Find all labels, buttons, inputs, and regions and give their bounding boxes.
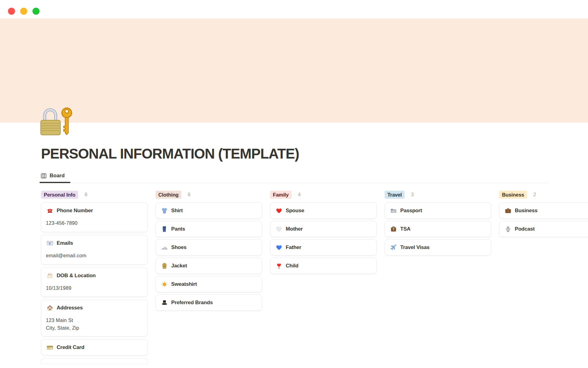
page-cover: [0, 18, 588, 123]
column-count: 2: [533, 192, 536, 197]
card-jacket[interactable]: Jacket: [156, 258, 262, 274]
card-spouse[interactable]: Spouse: [270, 202, 377, 219]
birthday-cake-icon: [47, 272, 53, 279]
heart-exclamation-icon: [276, 263, 282, 269]
luggage-icon: [390, 226, 397, 232]
close-button[interactable]: [8, 8, 15, 15]
card-title: Spouse: [286, 208, 304, 214]
tab-board-label: Board: [50, 173, 65, 179]
coat-icon: [161, 263, 168, 269]
card-body: 10/13/1989: [41, 284, 147, 292]
column-header: Clothing 6: [156, 191, 262, 199]
lock-with-key-icon[interactable]: [40, 106, 74, 137]
phone-icon: [47, 207, 53, 214]
briefcase-icon: [505, 207, 511, 214]
card-title: Shirt: [171, 208, 183, 214]
board-column-business: Business 2 Business Podcast: [499, 191, 588, 239]
svg-text:E: E: [49, 242, 51, 245]
credit-card-icon: [47, 344, 53, 351]
card-title: TSA: [400, 226, 410, 232]
card-body: email@email.com: [41, 252, 147, 259]
card-tsa[interactable]: TSA: [385, 221, 491, 237]
microphone-icon: [505, 226, 511, 232]
tabbar-divider: [40, 183, 549, 183]
card-emails[interactable]: E Emails email@email.com: [41, 235, 148, 265]
card-title: Father: [286, 244, 301, 251]
card-title: Emails: [57, 240, 73, 246]
folder-icon: [390, 207, 397, 214]
airplane-icon: [390, 244, 397, 251]
card-travel-visas[interactable]: Travel Visas: [385, 239, 491, 255]
column-header: Travel 3: [385, 191, 491, 199]
house-icon: [47, 305, 53, 311]
column-count: 4: [298, 192, 301, 197]
shirt-icon: [161, 207, 168, 214]
card-title: Addresses: [57, 305, 83, 311]
pants-icon: [161, 226, 168, 232]
card-shoes[interactable]: Shoes: [156, 239, 262, 255]
card-body-line: 123 Main St: [46, 316, 142, 324]
column-header: Family 4: [270, 191, 377, 199]
card-title: Preferred Brands: [171, 300, 213, 306]
tab-board[interactable]: Board: [40, 172, 65, 179]
card-mother[interactable]: Mother: [270, 221, 377, 237]
column-tag[interactable]: Family: [270, 191, 292, 199]
card-title: Passport: [400, 208, 422, 214]
column-tag[interactable]: Travel: [385, 191, 405, 199]
board-column-clothing: Clothing 6 Shirt Pants: [156, 191, 262, 313]
card-sweatshirt[interactable]: Sweatshirt: [156, 276, 262, 292]
sun-icon: [161, 281, 168, 288]
board-view-icon: [40, 172, 47, 179]
card-passport[interactable]: Passport: [385, 202, 491, 219]
column-header: Personal Info 6: [41, 191, 148, 199]
column-header: Business 2: [499, 191, 588, 199]
card-father[interactable]: Father: [270, 239, 377, 255]
board-column-family: Family 4 Spouse Mother Father: [270, 191, 377, 276]
card-shirt[interactable]: Shirt: [156, 202, 262, 219]
column-count: 3: [411, 192, 414, 197]
card-body-line: City, State, Zip: [46, 324, 142, 332]
email-icon: E: [47, 240, 53, 247]
card-title: DOB & Location: [57, 273, 96, 279]
card-pants[interactable]: Pants: [156, 221, 262, 237]
card-preferred-brands[interactable]: Preferred Brands: [156, 294, 262, 311]
card-podcast[interactable]: Podcast: [499, 221, 588, 237]
card-credit-card[interactable]: Credit Card: [41, 339, 148, 355]
column-count: 6: [188, 192, 190, 197]
page-title[interactable]: PERSONAL INFORMATION (TEMPLATE): [41, 145, 299, 162]
column-tag[interactable]: Clothing: [156, 191, 181, 199]
card-phone-number[interactable]: Phone Number 123-456-7890: [41, 202, 148, 232]
card-body: 123-456-7890: [41, 219, 147, 227]
board-column-personal-info: Personal Info 6 Phone Number 123-456-789…: [41, 191, 148, 366]
card-title: Mother: [286, 226, 303, 232]
card-body: 123 Main St City, State, Zip: [41, 316, 147, 332]
card-title: Business: [515, 208, 537, 214]
card-title: Child: [286, 263, 299, 269]
card-title: Pants: [171, 226, 185, 232]
card-title: Travel Visas: [400, 244, 430, 251]
card-title: Credit Card: [57, 344, 84, 351]
card-dob-location[interactable]: DOB & Location 10/13/1989: [41, 267, 148, 297]
board-column-travel: Travel 3 Passport TSA: [385, 191, 491, 258]
card-title: Sweatshirt: [171, 281, 197, 287]
blue-heart-icon: [276, 244, 282, 251]
card-child[interactable]: Child: [270, 258, 377, 274]
red-heart-icon: [276, 207, 282, 214]
column-count: 6: [85, 192, 87, 197]
card-partially-visible[interactable]: [41, 358, 148, 363]
card-title: Jacket: [171, 263, 187, 269]
window-titlebar: [0, 0, 588, 18]
minimize-button[interactable]: [20, 8, 27, 15]
card-title: Shoes: [171, 244, 187, 251]
column-tag[interactable]: Business: [499, 191, 527, 199]
card-addresses[interactable]: Addresses 123 Main St City, State, Zip: [41, 300, 148, 336]
sneaker-icon: [161, 244, 168, 251]
zoom-button[interactable]: [32, 8, 40, 15]
active-tab-indicator: [40, 182, 70, 183]
column-tag[interactable]: Personal Info: [41, 191, 78, 199]
white-heart-icon: [276, 226, 282, 232]
card-title: Phone Number: [57, 208, 93, 214]
card-title: Podcast: [515, 226, 535, 232]
top-hat-icon: [161, 299, 168, 306]
card-business[interactable]: Business: [499, 202, 588, 219]
